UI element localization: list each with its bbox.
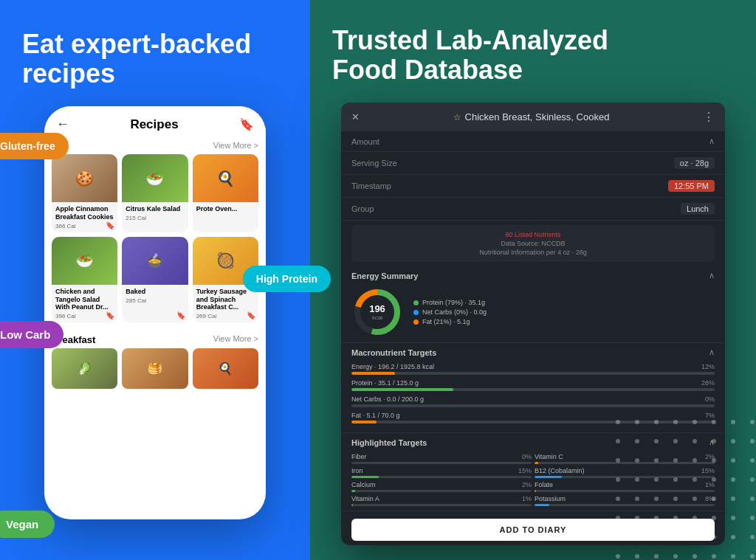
svg-point-12 [693,439,697,443]
recipe-bookmark-1[interactable]: 🔖 [106,221,114,229]
recipe-name-4: Chicken and Tangelo Salad With Peanut Dr… [55,288,114,311]
nutrient-source: Data Source: NCCDB [359,240,707,247]
macro-energy-name: Energy · 196.2 / 1925.8 kcal [351,363,434,370]
amount-row: Amount ∧ [341,131,725,152]
svg-point-15 [750,439,755,443]
macro-chevron: ∧ [709,348,715,357]
recipe-grid-top: 🍪 Apple Cinnamon Breakfast Cookies 366 C… [52,154,258,232]
app-food-name: Chicken Breast, Skinless, Cooked [465,111,610,122]
timestamp-label: Timestamp [351,182,391,190]
legend-protein: Protein (79%) · 35.1g [413,299,487,306]
svg-point-42 [654,516,659,520]
serving-size-row[interactable]: Serving Size oz · 28g [341,152,725,175]
close-icon[interactable]: ✕ [351,111,360,122]
macro-fat-name: Fat · 5.1 / 70.0 g [351,412,400,419]
high-protein-badge[interactable]: High Protein [243,266,331,292]
svg-point-60 [693,554,697,559]
amount-chevron: ∧ [709,136,715,146]
fat-dot [413,319,419,325]
vegan-badge[interactable]: Vegan [0,511,55,538]
svg-point-9 [635,439,639,443]
low-carb-badge[interactable]: Low Carb [0,321,63,348]
breakfast-img-2: 🥞 [122,348,188,389]
macro-targets-label: Macronutrient Targets [351,348,436,357]
group-value[interactable]: Lunch [681,203,715,215]
right-panel: Trusted Lab-Analyzed Food Database ✕ ☆ C… [310,0,756,560]
recipe-card-3[interactable]: 🍳 Prote Oven... [193,154,258,232]
svg-point-27 [673,477,678,482]
svg-point-46 [731,516,735,520]
timestamp-value[interactable]: 12:55 PM [668,180,715,192]
macro-fat-bar [351,421,377,424]
svg-point-47 [750,516,755,520]
svg-point-10 [654,439,659,443]
svg-point-40 [616,516,620,520]
svg-point-17 [635,458,639,463]
svg-point-18 [654,458,659,463]
svg-point-62 [731,554,735,559]
serving-size-value[interactable]: oz · 28g [674,157,715,169]
svg-point-33 [635,497,639,501]
recipe-card-1[interactable]: 🍪 Apple Cinnamon Breakfast Cookies 366 C… [52,154,117,232]
svg-point-54 [731,535,735,539]
svg-point-59 [673,554,678,559]
recipe-bookmark-4[interactable]: 🔖 [106,311,114,319]
macro-section-header: Macronutrient Targets ∧ [351,348,715,357]
gluten-free-badge[interactable]: Gluten-free [0,133,69,159]
recipe-name-5: Baked [126,288,184,296]
dots-pattern [608,412,756,560]
phone-topbar: ← Recipes 🔖 [44,106,266,138]
group-row[interactable]: Group Lunch [341,198,725,221]
svg-point-32 [616,497,620,501]
nutrient-info-box: 80 Listed Nutrients Data Source: NCCDB N… [351,225,715,262]
recipe-bookmark-5[interactable]: 🔖 [176,311,185,319]
app-titlebar: ✕ ☆ Chicken Breast, Skinless, Cooked ⋮ [341,103,725,131]
highlight-vitamina: Vitamin A 1% [351,495,532,506]
calories-value: 196 [369,303,385,314]
svg-point-35 [673,497,678,501]
macro-energy-bar [351,372,395,375]
svg-point-24 [616,477,620,482]
svg-point-20 [693,458,697,463]
breakfast-section: Breakfast View More > 🥬 🥞 🍳 [44,331,266,389]
svg-point-29 [712,477,716,482]
breakfast-view-more[interactable]: View More > [213,334,258,345]
macro-netcarbs: Net Carbs · 0.0 / 200.0 g 0% [351,395,715,407]
bookmark-icon[interactable]: 🔖 [239,117,254,131]
recipe-bookmark-6[interactable]: 🔖 [247,311,255,319]
svg-point-31 [750,477,755,482]
back-icon[interactable]: ← [56,117,69,132]
svg-point-14 [731,439,735,443]
svg-point-53 [712,535,716,539]
phone-screen-title: Recipes [130,117,178,132]
view-more-link[interactable]: View More > [213,141,258,150]
recipe-card-5[interactable]: 🍲 Baked 285 Cal 🔖 [122,237,188,322]
timestamp-row[interactable]: Timestamp 12:55 PM [341,175,725,198]
star-icon[interactable]: ☆ [453,112,461,122]
breakfast-img-3: 🍳 [193,348,258,389]
nutrient-info: Nutritional Information per 4 oz · 28g [359,249,707,256]
recipe-image-3: 🍳 [193,154,258,202]
svg-point-22 [731,458,735,463]
svg-point-39 [750,497,755,501]
svg-point-26 [654,477,659,482]
donut-center: 196 kcal [369,303,385,321]
macro-protein: Protein · 35.1 / 125.0 g 28% [351,379,715,391]
recipe-name-1: Apple Cinnamon Breakfast Cookies [55,205,114,221]
recipe-grid-bottom: 🥗 Chicken and Tangelo Salad With Peanut … [52,237,258,322]
svg-point-41 [635,516,639,520]
svg-point-11 [673,439,678,443]
svg-point-52 [693,535,697,539]
recipe-cal-2: 215 Cal [126,215,184,221]
macro-protein-bar-bg [351,388,715,391]
macro-netcarbs-bar-bg [351,404,715,407]
svg-point-43 [673,516,678,520]
svg-point-61 [712,554,716,559]
breakfast-img-1: 🥬 [52,348,117,389]
recipe-card-2[interactable]: 🥗 Citrus Kale Salad 215 Cal [122,154,188,232]
protein-legend-label: Protein (79%) · 35.1g [422,299,485,306]
recipe-card-4[interactable]: 🥗 Chicken and Tangelo Salad With Peanut … [52,237,117,322]
svg-point-7 [750,420,755,424]
more-icon[interactable]: ⋮ [703,110,715,124]
app-food-title-bar: ☆ Chicken Breast, Skinless, Cooked [453,111,610,122]
